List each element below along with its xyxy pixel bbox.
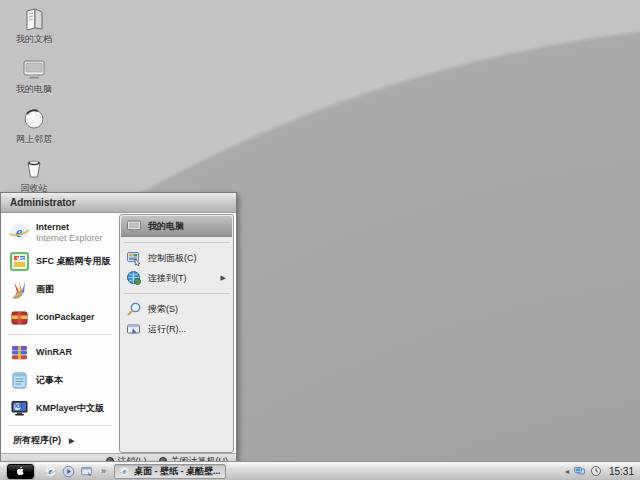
menu-item-internet[interactable]: e Internet Internet Explorer [1, 217, 119, 247]
menu-item-title: IconPackager [36, 312, 95, 322]
connect-to-icon [126, 270, 142, 286]
menu-item-notepad[interactable]: 记事本 [1, 366, 119, 394]
menu-item-label: 运行(R)... [148, 323, 186, 336]
menu-item-label: 控制面板(C) [148, 252, 197, 265]
internet-explorer-icon: e [119, 466, 130, 477]
desktop-icon-my-computer[interactable]: 我的电脑 [8, 56, 60, 102]
menu-item-title: SFC 桌酷网专用版 [36, 256, 111, 266]
kmplayer-icon: KM [8, 397, 30, 419]
system-tray: ◂ 15:31 [565, 465, 640, 478]
start-menu-user-banner: Administrator [1, 193, 236, 213]
submenu-arrow-icon: ▶ [221, 274, 228, 282]
start-menu-right-column: 我的电脑 控制面板(C) [119, 214, 234, 453]
menu-item-label: 我的电脑 [148, 220, 184, 233]
tray-clock-time[interactable]: 15:31 [609, 466, 634, 477]
notepad-icon [8, 369, 30, 391]
taskbar-task-button[interactable]: e 桌面 - 壁纸 - 桌酷壁... [114, 464, 226, 479]
all-programs-arrow-icon: ▶ [69, 437, 74, 445]
menu-item-title: 记事本 [36, 375, 63, 385]
menu-item-label: 连接到(T) [148, 272, 187, 285]
search-icon [126, 301, 142, 317]
menu-item-title: KMPlayer中文版 [36, 403, 104, 413]
control-panel-icon [126, 250, 142, 266]
internet-explorer-icon[interactable]: e [43, 464, 57, 478]
all-programs-button[interactable]: 所有程序(P) ▶ [1, 429, 119, 453]
desktop-icon-my-documents[interactable]: 我的文档 [8, 6, 60, 52]
menu-item-title: 画图 [36, 284, 54, 294]
recycle-bin-icon [21, 155, 47, 181]
network-icon[interactable] [573, 465, 586, 478]
menu-item-search[interactable]: 搜索(S) [121, 299, 232, 319]
user-name: Administrator [10, 197, 76, 208]
menu-separator [9, 334, 111, 335]
start-menu-left-column: e Internet Internet Explorer [1, 213, 119, 453]
menu-item-winrar[interactable]: WinRAR [1, 338, 119, 366]
media-player-icon[interactable] [61, 464, 75, 478]
iconpackager-icon [8, 306, 30, 328]
quick-launch-bar: e » [43, 464, 106, 478]
menu-separator [124, 242, 229, 243]
menu-item-title: Internet [36, 222, 103, 232]
svg-text:SFC: SFC [16, 256, 24, 261]
sfc-icon: SFC [8, 250, 30, 272]
desktop-icon-network-places[interactable]: 网上邻居 [8, 106, 60, 152]
svg-text:KM: KM [15, 404, 22, 409]
menu-item-iconpackager[interactable]: IconPackager [1, 303, 119, 331]
network-places-icon [21, 106, 47, 132]
taskbar: e » e 桌面 - 壁纸 - 桌酷壁.. [0, 461, 640, 480]
quick-launch-overflow-chevron[interactable]: » [101, 466, 106, 476]
menu-item-label: 搜索(S) [148, 303, 178, 316]
menu-item-paint[interactable]: 画图 [1, 275, 119, 303]
svg-text:e: e [16, 224, 23, 240]
my-computer-icon [21, 56, 47, 82]
menu-separator [9, 425, 111, 426]
paint-icon [8, 278, 30, 300]
menu-item-sfc[interactable]: SFC SFC 桌酷网专用版 [1, 247, 119, 275]
desktop-icon-label: 网上邻居 [16, 134, 52, 144]
menu-item-my-computer[interactable]: 我的电脑 [121, 216, 232, 237]
menu-item-run[interactable]: 运行(R)... [121, 319, 232, 339]
internet-explorer-icon: e [8, 221, 30, 243]
menu-item-subtitle: Internet Explorer [36, 233, 103, 243]
desktop-icon-label: 我的文档 [16, 34, 52, 44]
my-computer-icon [126, 218, 142, 234]
task-button-label: 桌面 - 壁纸 - 桌酷壁... [134, 465, 221, 478]
all-programs-label: 所有程序(P) [13, 434, 61, 447]
desktop-icon-label: 我的电脑 [16, 84, 52, 94]
svg-text:e: e [48, 466, 52, 476]
apple-logo-icon [15, 465, 26, 477]
start-menu: Administrator e Internet Internet Explor… [0, 192, 237, 462]
menu-item-title: WinRAR [36, 347, 72, 357]
start-button[interactable] [7, 464, 34, 479]
run-icon [126, 321, 142, 337]
menu-item-control-panel[interactable]: 控制面板(C) [121, 248, 232, 268]
winrar-icon [8, 341, 30, 363]
show-desktop-icon[interactable] [79, 464, 93, 478]
my-documents-icon [21, 6, 47, 32]
menu-item-connect-to[interactable]: 连接到(T) ▶ [121, 268, 232, 288]
clock-icon[interactable] [590, 465, 603, 478]
menu-separator [124, 293, 229, 294]
tray-collapse-arrow-icon[interactable]: ◂ [565, 467, 569, 476]
menu-item-kmplayer[interactable]: KM KMPlayer中文版 [1, 394, 119, 422]
